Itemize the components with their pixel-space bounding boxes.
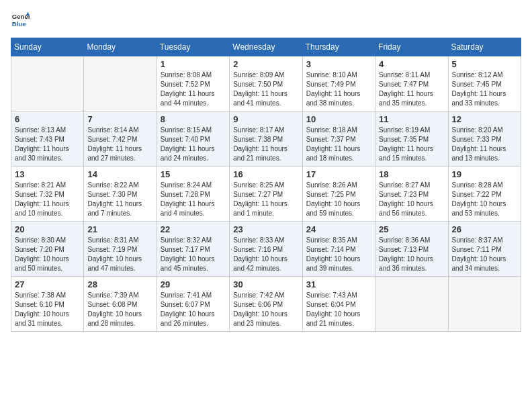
day-number: 14 [87, 169, 152, 179]
day-number: 8 [161, 114, 226, 124]
day-info: Sunrise: 8:26 AMSunset: 7:25 PMDaylight:… [306, 181, 371, 218]
day-info: Sunrise: 7:38 AMSunset: 6:10 PMDaylight:… [15, 291, 80, 328]
col-header-saturday: Saturday [448, 38, 521, 56]
day-number: 24 [306, 224, 371, 234]
calendar-header-row: SundayMondayTuesdayWednesdayThursdayFrid… [11, 38, 521, 56]
day-info: Sunrise: 8:22 AMSunset: 7:30 PMDaylight:… [87, 181, 152, 218]
day-info: Sunrise: 8:08 AMSunset: 7:52 PMDaylight:… [161, 71, 226, 108]
calendar-cell: 15Sunrise: 8:24 AMSunset: 7:28 PMDayligh… [157, 167, 229, 222]
day-number: 30 [233, 279, 298, 289]
calendar-table: SundayMondayTuesdayWednesdayThursdayFrid… [11, 38, 521, 332]
day-number: 9 [233, 114, 298, 124]
day-info: Sunrise: 8:18 AMSunset: 7:37 PMDaylight:… [306, 126, 371, 163]
day-info: Sunrise: 8:19 AMSunset: 7:35 PMDaylight:… [379, 126, 444, 163]
day-number: 15 [161, 169, 226, 179]
day-info: Sunrise: 8:15 AMSunset: 7:40 PMDaylight:… [161, 126, 226, 163]
calendar-cell: 27Sunrise: 7:38 AMSunset: 6:10 PMDayligh… [11, 277, 84, 332]
day-info: Sunrise: 7:42 AMSunset: 6:06 PMDaylight:… [233, 291, 298, 328]
logo-icon: General Blue [11, 11, 30, 30]
day-number: 5 [452, 59, 517, 69]
day-info: Sunrise: 7:39 AMSunset: 6:08 PMDaylight:… [87, 291, 152, 328]
logo: General Blue [11, 11, 30, 30]
calendar-cell: 14Sunrise: 8:22 AMSunset: 7:30 PMDayligh… [84, 167, 157, 222]
calendar-cell: 12Sunrise: 8:20 AMSunset: 7:33 PMDayligh… [448, 111, 521, 167]
day-info: Sunrise: 8:27 AMSunset: 7:23 PMDaylight:… [379, 181, 444, 218]
calendar-cell [11, 56, 84, 111]
day-number: 16 [233, 169, 298, 179]
day-info: Sunrise: 8:32 AMSunset: 7:17 PMDaylight:… [161, 236, 226, 273]
day-info: Sunrise: 8:11 AMSunset: 7:47 PMDaylight:… [379, 71, 444, 108]
day-number: 29 [161, 279, 226, 289]
day-number: 1 [161, 59, 226, 69]
calendar-cell: 6Sunrise: 8:13 AMSunset: 7:43 PMDaylight… [11, 111, 84, 167]
day-info: Sunrise: 8:12 AMSunset: 7:45 PMDaylight:… [452, 71, 517, 108]
col-header-friday: Friday [375, 38, 448, 56]
calendar-week-row: 20Sunrise: 8:30 AMSunset: 7:20 PMDayligh… [11, 222, 521, 277]
calendar-cell: 10Sunrise: 8:18 AMSunset: 7:37 PMDayligh… [302, 111, 375, 167]
day-number: 22 [161, 224, 226, 234]
day-number: 10 [306, 114, 371, 124]
page-header: General Blue [11, 11, 521, 30]
col-header-tuesday: Tuesday [157, 38, 229, 56]
calendar-cell: 28Sunrise: 7:39 AMSunset: 6:08 PMDayligh… [84, 277, 157, 332]
day-number: 11 [379, 114, 444, 124]
calendar-cell: 20Sunrise: 8:30 AMSunset: 7:20 PMDayligh… [11, 222, 84, 277]
calendar-cell: 21Sunrise: 8:31 AMSunset: 7:19 PMDayligh… [84, 222, 157, 277]
calendar-cell: 23Sunrise: 8:33 AMSunset: 7:16 PMDayligh… [230, 222, 302, 277]
day-info: Sunrise: 8:25 AMSunset: 7:27 PMDaylight:… [233, 181, 298, 218]
day-info: Sunrise: 8:36 AMSunset: 7:13 PMDaylight:… [379, 236, 444, 273]
calendar-cell: 9Sunrise: 8:17 AMSunset: 7:38 PMDaylight… [230, 111, 302, 167]
day-info: Sunrise: 8:35 AMSunset: 7:14 PMDaylight:… [306, 236, 371, 273]
calendar-week-row: 1Sunrise: 8:08 AMSunset: 7:52 PMDaylight… [11, 56, 521, 111]
col-header-thursday: Thursday [302, 38, 375, 56]
calendar-cell: 3Sunrise: 8:10 AMSunset: 7:49 PMDaylight… [302, 56, 375, 111]
calendar-cell: 30Sunrise: 7:42 AMSunset: 6:06 PMDayligh… [230, 277, 302, 332]
calendar-week-row: 6Sunrise: 8:13 AMSunset: 7:43 PMDaylight… [11, 111, 521, 167]
calendar-cell: 31Sunrise: 7:43 AMSunset: 6:04 PMDayligh… [302, 277, 375, 332]
day-info: Sunrise: 7:43 AMSunset: 6:04 PMDaylight:… [306, 291, 371, 328]
col-header-sunday: Sunday [11, 38, 84, 56]
calendar-week-row: 13Sunrise: 8:21 AMSunset: 7:32 PMDayligh… [11, 167, 521, 222]
day-info: Sunrise: 8:14 AMSunset: 7:42 PMDaylight:… [87, 126, 152, 163]
day-info: Sunrise: 8:10 AMSunset: 7:49 PMDaylight:… [306, 71, 371, 108]
calendar-cell: 8Sunrise: 8:15 AMSunset: 7:40 PMDaylight… [157, 111, 229, 167]
day-number: 27 [15, 279, 80, 289]
calendar-cell: 18Sunrise: 8:27 AMSunset: 7:23 PMDayligh… [375, 167, 448, 222]
calendar-cell: 24Sunrise: 8:35 AMSunset: 7:14 PMDayligh… [302, 222, 375, 277]
svg-text:Blue: Blue [12, 20, 26, 28]
day-number: 3 [306, 59, 371, 69]
day-number: 21 [87, 224, 152, 234]
day-info: Sunrise: 8:31 AMSunset: 7:19 PMDaylight:… [87, 236, 152, 273]
calendar-cell [84, 56, 157, 111]
day-number: 26 [452, 224, 517, 234]
day-number: 18 [379, 169, 444, 179]
calendar-cell: 2Sunrise: 8:09 AMSunset: 7:50 PMDaylight… [230, 56, 302, 111]
calendar-cell: 17Sunrise: 8:26 AMSunset: 7:25 PMDayligh… [302, 167, 375, 222]
col-header-monday: Monday [84, 38, 157, 56]
day-info: Sunrise: 8:20 AMSunset: 7:33 PMDaylight:… [452, 126, 517, 163]
day-number: 4 [379, 59, 444, 69]
day-number: 31 [306, 279, 371, 289]
day-number: 19 [452, 169, 517, 179]
day-number: 23 [233, 224, 298, 234]
calendar-cell: 16Sunrise: 8:25 AMSunset: 7:27 PMDayligh… [230, 167, 302, 222]
day-info: Sunrise: 8:21 AMSunset: 7:32 PMDaylight:… [15, 181, 80, 218]
calendar-cell: 5Sunrise: 8:12 AMSunset: 7:45 PMDaylight… [448, 56, 521, 111]
day-info: Sunrise: 8:17 AMSunset: 7:38 PMDaylight:… [233, 126, 298, 163]
day-number: 13 [15, 169, 80, 179]
calendar-cell: 25Sunrise: 8:36 AMSunset: 7:13 PMDayligh… [375, 222, 448, 277]
day-number: 20 [15, 224, 80, 234]
calendar-cell: 7Sunrise: 8:14 AMSunset: 7:42 PMDaylight… [84, 111, 157, 167]
calendar-cell: 1Sunrise: 8:08 AMSunset: 7:52 PMDaylight… [157, 56, 229, 111]
calendar-week-row: 27Sunrise: 7:38 AMSunset: 6:10 PMDayligh… [11, 277, 521, 332]
calendar-cell: 11Sunrise: 8:19 AMSunset: 7:35 PMDayligh… [375, 111, 448, 167]
calendar-cell [375, 277, 448, 332]
calendar-cell [448, 277, 521, 332]
day-info: Sunrise: 8:33 AMSunset: 7:16 PMDaylight:… [233, 236, 298, 273]
day-number: 28 [87, 279, 152, 289]
day-number: 2 [233, 59, 298, 69]
day-number: 17 [306, 169, 371, 179]
day-info: Sunrise: 8:37 AMSunset: 7:11 PMDaylight:… [452, 236, 517, 273]
col-header-wednesday: Wednesday [230, 38, 302, 56]
day-number: 25 [379, 224, 444, 234]
